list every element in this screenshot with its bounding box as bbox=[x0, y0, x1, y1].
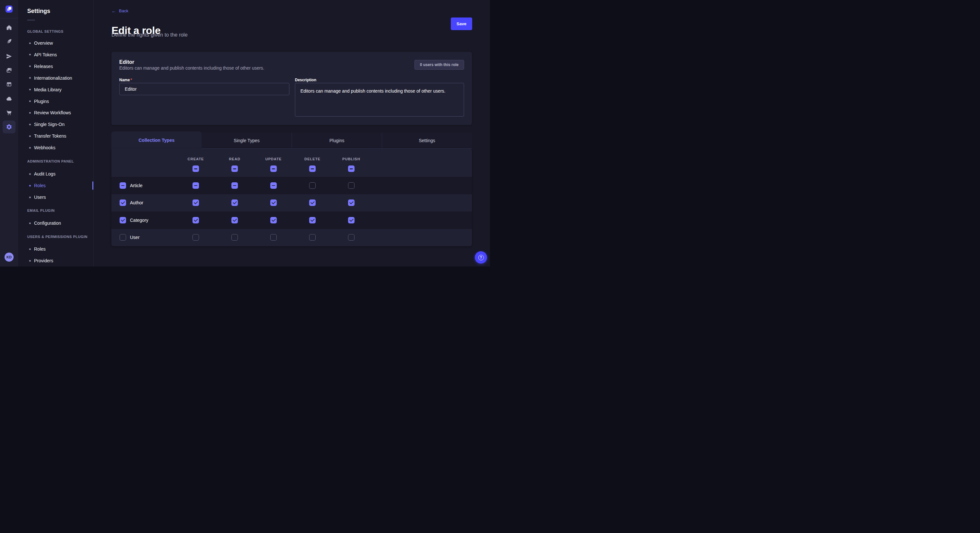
bullet-icon bbox=[29, 100, 31, 102]
select-all-read-checkbox[interactable] bbox=[231, 165, 238, 172]
bullet-icon bbox=[29, 89, 31, 90]
tab-settings[interactable]: Settings bbox=[382, 133, 472, 149]
sidebar-item-roles[interactable]: Roles bbox=[27, 243, 91, 255]
sidebar-item-configuration[interactable]: Configuration bbox=[27, 217, 91, 229]
page-subtitle: Define the rights given to the role bbox=[111, 32, 188, 38]
user-avatar[interactable]: KD bbox=[5, 252, 14, 262]
sidebar-item-review-workflows[interactable]: Review Workflows bbox=[27, 107, 91, 119]
user-publish-checkbox[interactable] bbox=[348, 234, 355, 241]
user-row-checkbox[interactable] bbox=[119, 234, 126, 241]
back-arrow-icon: ← bbox=[111, 9, 116, 13]
bullet-icon bbox=[29, 248, 31, 250]
role-name-input[interactable] bbox=[119, 83, 290, 95]
back-label: Back bbox=[119, 8, 128, 13]
user-update-checkbox[interactable] bbox=[270, 234, 277, 241]
sidebar-item-label: Providers bbox=[34, 258, 53, 263]
sidebar-section-label: USERS & PERMISSIONS PLUGIN bbox=[27, 235, 88, 239]
sidebar-item-label: Roles bbox=[34, 246, 46, 252]
sidebar-item-internationalization[interactable]: Internationalization bbox=[27, 72, 91, 84]
category-row-checkbox[interactable] bbox=[119, 217, 126, 224]
article-read-checkbox[interactable] bbox=[231, 182, 238, 189]
sidebar-title-divider bbox=[27, 20, 35, 21]
tab-single-types[interactable]: Single Types bbox=[202, 133, 292, 149]
permissions-table-header: CreateReadUpdateDeletePublish bbox=[111, 149, 472, 177]
sidebar-item-media-library[interactable]: Media Library bbox=[27, 84, 91, 95]
bullet-icon bbox=[29, 124, 31, 125]
cloud-icon[interactable] bbox=[3, 92, 16, 105]
category-delete-checkbox[interactable] bbox=[309, 217, 316, 224]
home-icon[interactable] bbox=[3, 21, 16, 34]
help-button[interactable]: ? bbox=[475, 251, 487, 263]
paper-plane-icon[interactable] bbox=[3, 50, 16, 63]
sidebar-item-providers[interactable]: Providers bbox=[27, 255, 91, 266]
sidebar-section-label: GLOBAL SETTINGS bbox=[27, 30, 64, 33]
question-mark-icon: ? bbox=[478, 255, 484, 260]
settings-sidebar: Settings GLOBAL SETTINGSOverviewAPI Toke… bbox=[18, 0, 94, 266]
category-create-checkbox[interactable] bbox=[192, 217, 199, 224]
sidebar-item-roles[interactable]: Roles bbox=[27, 180, 91, 191]
name-field-label: Name* bbox=[119, 78, 132, 82]
sidebar-item-webhooks[interactable]: Webhooks bbox=[27, 142, 91, 154]
select-all-delete-checkbox[interactable] bbox=[309, 165, 316, 172]
bullet-icon bbox=[29, 112, 31, 114]
bullet-icon bbox=[29, 260, 31, 262]
users-with-role-badge[interactable]: 0 users with this role bbox=[415, 60, 464, 70]
permissions-section: Collection TypesSingle TypesPluginsSetti… bbox=[111, 132, 472, 246]
role-name-heading: Editor bbox=[119, 59, 134, 65]
app-window: KD Settings GLOBAL SETTINGSOverviewAPI T… bbox=[0, 0, 490, 266]
category-publish-checkbox[interactable] bbox=[348, 217, 355, 224]
article-publish-checkbox[interactable] bbox=[348, 182, 355, 189]
cart-icon[interactable] bbox=[3, 106, 16, 119]
sidebar-item-api-tokens[interactable]: API Tokens bbox=[27, 49, 91, 60]
bullet-icon bbox=[29, 54, 31, 56]
permission-row-article: Article bbox=[111, 177, 472, 194]
save-button[interactable]: Save bbox=[451, 17, 472, 30]
sidebar-item-transfer-tokens[interactable]: Transfer Tokens bbox=[27, 130, 91, 142]
sidebar-item-overview[interactable]: Overview bbox=[27, 37, 91, 49]
role-description-textarea[interactable]: Editors can manage and publish contents … bbox=[295, 83, 464, 117]
author-publish-checkbox[interactable] bbox=[348, 200, 355, 206]
entity-name: Category bbox=[130, 217, 148, 223]
category-update-checkbox[interactable] bbox=[270, 217, 277, 224]
sidebar-item-single-sign-on[interactable]: Single Sign-On bbox=[27, 119, 91, 130]
column-header-update: Update bbox=[266, 157, 282, 161]
sidebar-item-users[interactable]: Users bbox=[27, 191, 91, 203]
article-delete-checkbox[interactable] bbox=[309, 182, 316, 189]
article-create-checkbox[interactable] bbox=[192, 182, 199, 189]
bullet-icon bbox=[29, 197, 31, 198]
back-link[interactable]: ← Back bbox=[111, 8, 128, 13]
permission-row-author: Author bbox=[111, 194, 472, 212]
tab-collection-types[interactable]: Collection Types bbox=[111, 132, 202, 149]
sidebar-item-releases[interactable]: Releases bbox=[27, 60, 91, 72]
user-delete-checkbox[interactable] bbox=[309, 234, 316, 241]
article-update-checkbox[interactable] bbox=[270, 182, 277, 189]
category-read-checkbox[interactable] bbox=[231, 217, 238, 224]
user-read-checkbox[interactable] bbox=[231, 234, 238, 241]
select-all-create-checkbox[interactable] bbox=[192, 165, 199, 172]
sidebar-item-audit-logs[interactable]: Audit Logs bbox=[27, 168, 91, 180]
layout-icon[interactable] bbox=[3, 78, 16, 90]
description-field-label: Description bbox=[295, 78, 316, 82]
select-all-update-checkbox[interactable] bbox=[270, 165, 277, 172]
feather-icon[interactable] bbox=[3, 35, 16, 48]
author-row-checkbox[interactable] bbox=[119, 200, 126, 206]
tab-plugins[interactable]: Plugins bbox=[292, 133, 382, 149]
images-icon[interactable] bbox=[3, 64, 16, 77]
author-update-checkbox[interactable] bbox=[270, 200, 277, 206]
select-all-publish-checkbox[interactable] bbox=[348, 165, 355, 172]
role-description-text: Editors can manage and publish contents … bbox=[119, 65, 264, 71]
rail-divider bbox=[0, 18, 18, 19]
active-item-indicator bbox=[92, 181, 93, 190]
gear-icon[interactable] bbox=[3, 121, 16, 133]
author-read-checkbox[interactable] bbox=[231, 200, 238, 206]
sidebar-item-label: Media Library bbox=[34, 87, 62, 92]
user-create-checkbox[interactable] bbox=[192, 234, 199, 241]
strapi-logo[interactable] bbox=[5, 5, 13, 13]
author-create-checkbox[interactable] bbox=[192, 200, 199, 206]
sidebar-item-plugins[interactable]: Plugins bbox=[27, 95, 91, 107]
sidebar-item-label: Plugins bbox=[34, 99, 49, 104]
bullet-icon bbox=[29, 185, 31, 187]
main-content: ← Back Edit a role Define the rights giv… bbox=[94, 0, 490, 266]
author-delete-checkbox[interactable] bbox=[309, 200, 316, 206]
article-row-checkbox[interactable] bbox=[119, 182, 126, 189]
